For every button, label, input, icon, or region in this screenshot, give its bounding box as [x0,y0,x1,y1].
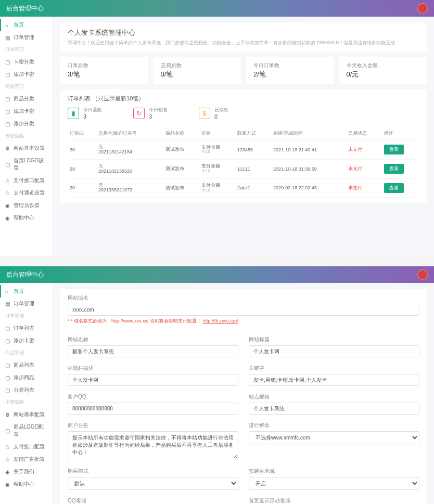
cell-contact: 11111 [235,159,271,178]
sidebar-item-label: 首页 [14,21,24,29]
sidebar-section: 订单管理 [0,310,53,322]
notice-textarea[interactable]: 提示本站所有功能需求遵守国家相关法律，不得将本站功能进行非法用途如涉及盗版欺诈等… [68,431,238,459]
sidebar-section: 卡密流程 [0,130,53,142]
app-title: 后台管理中心 [6,4,44,13]
avatar-icon[interactable] [417,3,428,14]
qq-input[interactable] [68,403,238,415]
sidebar-item-label: 关于我们 [14,468,34,475]
sidebar-item[interactable]: ◉关于我们 [0,466,53,478]
sidebar-item[interactable]: ☆友情广告配置 [0,453,53,466]
sidebar-item[interactable]: ◉帮助中心 [0,212,53,224]
stat-box: 订单总数3/笔 [60,57,148,84]
sidebar-item-label: 管理员设置 [14,202,40,209]
sidebar-item[interactable]: ▢分类列表 [0,384,53,396]
cell-id: 20 [68,140,96,160]
desc-input[interactable] [68,374,238,386]
sidebar-item-home[interactable]: ⌂首页 [0,285,53,298]
tip-link[interactable]: http://fk.zxyo.top/ [203,318,238,324]
cell-action: 查看 [382,140,419,160]
field-label: QQ客服 [68,497,238,504]
cell-action: 查看 [382,178,419,198]
view-button[interactable]: 查看 [384,145,404,154]
mini-value: 0 [214,113,228,120]
sidebar-item[interactable]: ▢卡密分类 [0,56,53,68]
cell-action: 查看 [382,159,419,178]
sidebar-item[interactable]: ⚙网站基本设置 [0,142,53,154]
sidebar-item-label: 添加分类 [14,120,34,127]
table-header: 交易号|商户订单号 [96,127,163,140]
table-header: 操作 [382,127,419,140]
sidebar-item[interactable]: ▢商品LOGO配置 [0,421,53,441]
cell-time: 2020-02-18 22:02:43 [271,178,346,198]
view-button[interactable]: 查看 [384,164,404,174]
sidebar-item-label: 订单管理 [14,34,34,41]
tpl2-select[interactable]: 开启 [249,477,419,490]
sidebar-item[interactable]: ▢添加卡密 [0,334,53,347]
mini-label: 今日销售 [149,107,168,113]
siteurl-input[interactable] [68,304,419,316]
cell-contact: 2qkz2 [235,178,271,198]
tpl-select[interactable]: 默认 [68,477,238,490]
list-icon: ▤ [5,301,10,306]
field-label: 首页显示浮动客服 [249,497,419,504]
sidebar-item-label: 首页LOGO设置 [14,157,48,172]
sidebar-item[interactable]: ▢添加卡密 [0,105,53,118]
grid-icon: ▢ [5,363,10,368]
sidebar-item-label: 首页 [14,288,24,295]
sidebar-item[interactable]: ◉帮助中心 [0,478,53,490]
cell-name: 测试发布 [163,140,199,160]
field-label: 网站名称 [68,336,238,343]
chart-icon: ▮ [68,108,79,119]
cell-status: 未支付 [346,159,382,178]
info-icon: ◉ [5,469,10,474]
sitename-input[interactable] [68,345,238,357]
sidebar-item[interactable]: ▤订单管理 [0,298,53,310]
cell-contact: 123456 [235,140,271,160]
sidebar-item-orders[interactable]: ▤订单管理 [0,31,53,44]
sidebar-item-label: 订单管理 [14,300,34,307]
dollar-icon: $ [199,108,210,119]
stat-label: 订单总数 [68,62,141,69]
mini-stat: ↻今日销售3 [133,107,168,120]
field-label: 进行帮助 [249,422,419,429]
email-input[interactable] [249,403,419,415]
stat-box: 今日订单数2/笔 [246,57,334,84]
sidebar-item-label: 添加商品 [14,374,34,381]
sidebar-item[interactable]: ☆支付接口配置 [0,174,53,187]
sidebar-section: 订单管理 [0,44,53,56]
mini-label: 已取出 [214,107,228,113]
sidebar-item-label: 添加卡密 [14,337,34,344]
table-row: 20 无2021338221672 测试发布 支付金额￥10 2qkz2 202… [68,178,419,198]
order-table: 订单ID 交易号|商户订单号 商品名称 价格 联系方式 创建/完成时间 交易状态… [68,127,419,198]
refresh-icon: ↻ [133,108,145,119]
sidebar-item[interactable]: ▢添加分类 [0,118,53,130]
stat-row: 订单总数3/笔 交易总数0/笔 今日订单数2/笔 今天收入金额0/元 [60,57,427,84]
sidebar-item[interactable]: ▢商品分类 [0,93,53,105]
sidebar-item[interactable]: ⚙网站基本配置 [0,408,53,421]
help-select[interactable]: 不选择www.xmmfc.com [249,431,419,444]
sidebar: ⌂首页 ▤订单管理 订单管理 ▢卡密分类 ▢添加卡密 商品管理 ▢商品分类 ▢添… [0,17,53,256]
sidebar-item-label: 支付接口配置 [14,177,45,184]
key-input[interactable] [249,374,419,386]
sidebar-item[interactable]: ◉管理员设置 [0,199,53,212]
sidebar-section: 商品管理 [0,347,53,359]
sidebar-item[interactable]: ☆支付通道设置 [0,187,53,199]
sidebar-item[interactable]: ▢添加商品 [0,371,53,384]
sidebar-item[interactable]: ▢首页LOGO设置 [0,154,53,174]
plus-icon: ▢ [5,109,10,114]
link-icon: ☆ [5,457,10,462]
list-icon: ▤ [5,35,10,40]
sidebar-item[interactable]: ▢商品列表 [0,359,53,371]
stat-value: 2/笔 [253,70,327,79]
cell-name: 测试发布 [163,159,199,178]
sidebar-item[interactable]: ▢订单列表 [0,322,53,334]
sidebar-item[interactable]: ▢添加卡密 [0,68,53,81]
avatar-icon[interactable] [417,269,428,280]
sidebar-item-home[interactable]: ⌂首页 [0,19,53,31]
sidebar-item-label: 商品分类 [14,95,34,102]
tip-content: * * 域名格式必须为：http://www.xxx.xx/ 否则将会影响支付配… [68,318,201,324]
view-button[interactable]: 查看 [384,183,404,193]
sidebar-item-label: 帮助中心 [14,214,34,222]
sidebar-item[interactable]: ☆支付接口配置 [0,441,53,453]
sitetitle-input[interactable] [249,345,419,357]
